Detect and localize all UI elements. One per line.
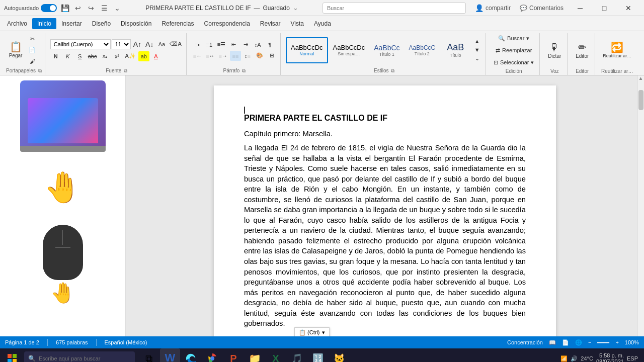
reutilizar-button[interactable]: 🔁 Reutilizar ar… xyxy=(600,37,634,63)
scroll-up-icon[interactable]: ▲ xyxy=(637,75,644,81)
clear-format-button[interactable]: ⌫A xyxy=(168,39,183,49)
editor-button[interactable]: ✏ Editor xyxy=(573,37,592,63)
strikethrough-button[interactable]: abc xyxy=(87,51,99,61)
autosave-toggle[interactable] xyxy=(41,4,57,12)
taskbar-files[interactable]: 📁 xyxy=(245,348,265,362)
sort-button[interactable]: ↕A xyxy=(252,40,263,50)
line-spacing-button[interactable]: ↕≡ xyxy=(242,51,253,61)
menu-referencias[interactable]: Referencias xyxy=(156,18,199,29)
style-up-icon[interactable]: ▲ xyxy=(471,37,482,46)
superscript-button[interactable]: x² xyxy=(111,51,122,61)
numbering-button[interactable]: ≡1 xyxy=(204,40,215,50)
italic-button[interactable]: K xyxy=(62,51,73,61)
align-center-button[interactable]: ≡↔ xyxy=(204,51,216,61)
close-button[interactable]: ✕ xyxy=(617,0,640,16)
menu-ayuda[interactable]: Ayuda xyxy=(309,18,336,29)
multilevel-button[interactable]: ≡☰ xyxy=(216,40,227,50)
font-color-button[interactable]: A xyxy=(150,51,162,61)
bold-button[interactable]: N xyxy=(50,51,61,61)
start-button[interactable] xyxy=(2,348,22,362)
menu-diseno[interactable]: Diseño xyxy=(87,18,116,29)
language-status[interactable]: Español (México) xyxy=(105,339,147,345)
concentration-status[interactable]: Concentración xyxy=(507,339,543,345)
menu-insertar[interactable]: Insertar xyxy=(56,18,87,29)
menu-correspondencia[interactable]: Correspondencia xyxy=(199,18,255,29)
search-input[interactable] xyxy=(323,3,466,14)
font-family-select[interactable]: Calibri (Cuerpo) xyxy=(50,39,111,49)
portapapeles-expand-icon[interactable]: ⧉ xyxy=(38,68,42,73)
taskbar-unknown[interactable]: 🐱 xyxy=(329,348,349,362)
align-right-button[interactable]: ≡→ xyxy=(217,51,229,61)
menu-icon[interactable]: ☰ xyxy=(99,3,109,13)
taskbar-chrome[interactable] xyxy=(202,348,222,362)
menu-archivo[interactable]: Archivo xyxy=(2,18,32,29)
scroll-thumb[interactable] xyxy=(638,90,643,110)
taskbar-music[interactable]: 🎵 xyxy=(287,348,307,362)
vertical-scrollbar[interactable]: ▲ xyxy=(637,75,644,336)
zoom-bar[interactable]: ━━━━ xyxy=(597,340,609,345)
paste-popup-chevron[interactable]: ▾ xyxy=(322,329,325,336)
buscar-button[interactable]: 🔍 Buscar ▾ xyxy=(491,33,536,43)
menu-inicio[interactable]: Inicio xyxy=(32,18,56,29)
zoom-level[interactable]: 100% xyxy=(625,339,639,345)
read-view-icon[interactable]: 📖 xyxy=(549,339,556,346)
menu-disposicion[interactable]: Disposición xyxy=(116,18,156,29)
dictar-button[interactable]: 🎙 Dictar xyxy=(545,37,564,63)
more-icon[interactable]: ⌄ xyxy=(112,3,122,13)
style-titulo[interactable]: AaB Título xyxy=(440,37,470,63)
taskbar-word[interactable]: W xyxy=(160,348,180,362)
taskbar-calc[interactable]: 🔢 xyxy=(308,348,328,362)
bullets-button[interactable]: ≡• xyxy=(192,40,203,50)
shading-button[interactable]: 🎨 xyxy=(254,51,265,61)
highlight-button[interactable]: ab xyxy=(138,51,149,61)
taskbar-search-input[interactable] xyxy=(39,355,119,361)
taskbar-search[interactable]: 🔍 xyxy=(24,351,135,362)
maximize-button[interactable]: □ xyxy=(593,0,616,16)
comments-btn[interactable]: 💬 Comentarios xyxy=(516,5,568,12)
text-effects-button[interactable]: A✨ xyxy=(123,51,137,61)
fuente-expand-icon[interactable]: ⧉ xyxy=(124,68,127,73)
word-count[interactable]: 675 palabras xyxy=(56,339,88,345)
format-painter-button[interactable]: 🖌 xyxy=(27,56,38,66)
style-titulo1[interactable]: AaBbCc Título 1 xyxy=(370,37,404,63)
font-size-select[interactable]: 11 xyxy=(112,39,131,49)
share-label[interactable]: compartir xyxy=(486,5,511,12)
taskbar-edge[interactable] xyxy=(181,348,201,362)
document-page[interactable]: PRIMERA PARTE EL CASTILLO DE IF Capítulo… xyxy=(214,85,556,336)
copy-button[interactable]: 📄 xyxy=(27,45,38,55)
print-view-icon[interactable]: 📄 xyxy=(562,339,569,346)
taskbar-excel[interactable]: X xyxy=(266,348,286,362)
reemplazar-button[interactable]: ⇄ Reemplazar xyxy=(491,45,536,55)
style-down-icon[interactable]: ▼ xyxy=(471,46,482,54)
style-normal[interactable]: AaBbCcDc Normal xyxy=(286,37,328,63)
save-icon[interactable]: 💾 xyxy=(60,3,70,13)
justify-button[interactable]: ≡≡ xyxy=(230,51,241,61)
borders-button[interactable]: ⊞ xyxy=(266,51,277,61)
paste-popup[interactable]: 📋 (Ctrl) ▾ xyxy=(294,327,330,336)
style-sinesp[interactable]: AaBbCcDc Sin espa… xyxy=(329,37,369,63)
show-marks-button[interactable]: ¶ xyxy=(264,40,275,50)
seleccionar-button[interactable]: ⊡ Seleccionar ▾ xyxy=(491,57,536,67)
cut-button[interactable]: ✂ xyxy=(27,34,38,44)
parrafo-expand-icon[interactable]: ⧉ xyxy=(242,68,246,73)
subscript-button[interactable]: x₂ xyxy=(99,51,110,61)
style-expand-icon[interactable]: ⌄ xyxy=(471,54,482,63)
align-left-button[interactable]: ≡← xyxy=(192,51,203,61)
menu-vista[interactable]: Vista xyxy=(286,18,309,29)
estilos-expand-icon[interactable]: ⧉ xyxy=(391,68,394,73)
minimize-button[interactable]: ─ xyxy=(569,0,592,16)
change-case-button[interactable]: Aa xyxy=(156,39,167,49)
style-titulo2[interactable]: AaBbCcC Título 2 xyxy=(405,37,440,63)
zoom-in-icon[interactable]: + xyxy=(615,339,618,345)
increase-font-button[interactable]: A↑ xyxy=(132,39,143,49)
paste-button[interactable]: 📋 Pegar xyxy=(6,37,25,63)
underline-button[interactable]: S xyxy=(74,51,86,61)
decrease-indent-button[interactable]: ⇤ xyxy=(228,40,239,50)
increase-indent-button[interactable]: ⇥ xyxy=(240,40,251,50)
taskbar-taskview[interactable]: ⧉ xyxy=(139,348,159,362)
undo-icon[interactable]: ↩ xyxy=(73,3,83,13)
menu-revisar[interactable]: Revisar xyxy=(255,18,286,29)
redo-icon[interactable]: ↪ xyxy=(86,3,96,13)
zoom-out-icon[interactable]: − xyxy=(588,339,591,345)
taskbar-powerpoint[interactable]: P xyxy=(223,348,244,362)
